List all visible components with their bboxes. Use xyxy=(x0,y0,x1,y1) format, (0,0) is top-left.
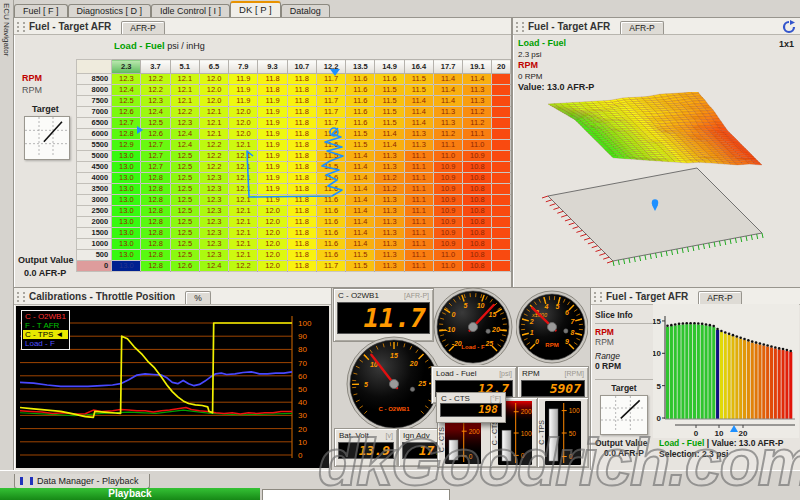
afr-row-header[interactable]: 8000 xyxy=(77,85,112,96)
afr-cell[interactable]: 11.5 xyxy=(346,250,375,261)
afr-cell[interactable]: 12.5 xyxy=(170,173,199,184)
afr-cell[interactable]: 11.3 xyxy=(404,129,433,140)
afr-cell[interactable]: 11.5 xyxy=(375,107,404,118)
playback-position-box[interactable] xyxy=(262,489,450,500)
afr-cell[interactable]: 11.0 xyxy=(433,151,462,162)
afr-cell[interactable]: 12.5 xyxy=(170,239,199,250)
afr-cell[interactable]: 12.0 xyxy=(258,239,287,250)
afr-cell[interactable]: 12.2 xyxy=(199,140,228,151)
afr-cell[interactable]: 11.5 xyxy=(346,129,375,140)
afr-cell[interactable]: 10.9 xyxy=(433,217,462,228)
afr-row-header[interactable]: 5000 xyxy=(77,151,112,162)
scope-panel-tab-percent[interactable]: % xyxy=(185,291,211,304)
afr-cell[interactable]: 11.2 xyxy=(375,173,404,184)
afr-cell[interactable]: 12.1 xyxy=(199,118,228,129)
afr-cell[interactable]: 11.9 xyxy=(258,195,287,206)
afr-cell[interactable]: 10.9 xyxy=(463,151,492,162)
afr-cell[interactable]: 12.1 xyxy=(229,173,258,184)
afr-cell[interactable]: 11.4 xyxy=(346,173,375,184)
afr-cell[interactable]: 11.8 xyxy=(287,118,316,129)
panel-grip-icon[interactable] xyxy=(594,292,602,302)
afr-cell[interactable]: 11.3 xyxy=(375,206,404,217)
afr-row-header[interactable]: 6000 xyxy=(77,129,112,140)
window-tab-fuelf[interactable]: Fuel [ F ] xyxy=(14,4,68,18)
afr-cell[interactable]: 11.9 xyxy=(258,140,287,151)
afr-cell[interactable]: 13.0 xyxy=(112,206,141,217)
afr-cell[interactable]: 11.4 xyxy=(346,228,375,239)
ecu-navigator-strip[interactable]: ECU Navigator xyxy=(0,0,14,470)
afr-col-header[interactable]: 20 xyxy=(492,60,511,74)
afr-cell[interactable]: 11.6 xyxy=(316,217,345,228)
afr-cell[interactable]: 11.5 xyxy=(375,96,404,107)
legend-item-co2wb1[interactable]: C - O2WB1 xyxy=(23,312,68,321)
afr-col-header[interactable]: 10.7 xyxy=(287,60,316,74)
afr-cell[interactable]: 12.1 xyxy=(229,151,258,162)
afr-cell[interactable]: 11.4 xyxy=(346,195,375,206)
afr-cell[interactable]: 11.3 xyxy=(463,96,492,107)
afr-cell[interactable]: 12.1 xyxy=(199,107,228,118)
window-tab-datalog[interactable]: Datalog xyxy=(281,4,330,18)
afr-cell[interactable]: 12.2 xyxy=(170,107,199,118)
afr-cell-clipped[interactable] xyxy=(492,206,511,217)
afr-cell[interactable]: 11.3 xyxy=(433,107,462,118)
afr-col-header[interactable]: 5.1 xyxy=(170,60,199,74)
afr-cell[interactable]: 11.4 xyxy=(346,217,375,228)
afr-col-header[interactable]: 7.9 xyxy=(229,60,258,74)
afr-col-header[interactable]: 12.2 xyxy=(316,60,345,74)
afr-cell[interactable]: 11.8 xyxy=(287,239,316,250)
legend-item-ctps[interactable]: C - TPS ◄ xyxy=(23,330,68,339)
afr-cell[interactable]: 12.1 xyxy=(229,206,258,217)
afr-col-header[interactable]: 17.7 xyxy=(433,60,462,74)
afr-cell[interactable]: 11.6 xyxy=(316,129,345,140)
afr-cell[interactable]: 11.9 xyxy=(229,85,258,96)
afr-cell[interactable]: 10.8 xyxy=(463,228,492,239)
data-manager-tab[interactable]: Data Manager - Playback xyxy=(14,474,150,489)
afr-cell[interactable]: 12.8 xyxy=(141,173,170,184)
slice-bar-chart[interactable]: 15105001020 xyxy=(653,304,799,438)
afr-cell[interactable]: 11.1 xyxy=(404,173,433,184)
afr-cell[interactable]: 11.1 xyxy=(404,162,433,173)
afr-cell[interactable]: 11.4 xyxy=(404,96,433,107)
afr-cell[interactable]: 12.0 xyxy=(258,261,287,272)
afr-cell[interactable]: 11.4 xyxy=(463,74,492,85)
afr-cell[interactable]: 11.4 xyxy=(346,151,375,162)
afr-cell[interactable]: 12.5 xyxy=(112,96,141,107)
afr-3d-surface[interactable] xyxy=(514,92,798,284)
afr-cell[interactable]: 10.8 xyxy=(463,217,492,228)
afr-cell[interactable]: 11.1 xyxy=(404,151,433,162)
afr-cell[interactable]: 11.9 xyxy=(258,173,287,184)
afr-cell[interactable]: 11.4 xyxy=(346,184,375,195)
afr-cell[interactable]: 11.6 xyxy=(346,96,375,107)
afr-cell[interactable]: 12.0 xyxy=(229,118,258,129)
afr-cell[interactable]: 11.1 xyxy=(404,206,433,217)
afr-cell[interactable]: 11.3 xyxy=(375,162,404,173)
afr-cell[interactable]: 11.4 xyxy=(346,162,375,173)
afr-cell[interactable]: 11.4 xyxy=(433,85,462,96)
afr-cell[interactable]: 11.1 xyxy=(433,140,462,151)
afr-cell[interactable]: 12.3 xyxy=(112,74,141,85)
afr-cell[interactable]: 11.4 xyxy=(346,206,375,217)
afr-cell[interactable]: 12.3 xyxy=(199,239,228,250)
afr-cell[interactable]: 11.0 xyxy=(463,140,492,151)
afr-cell[interactable]: 11.1 xyxy=(404,217,433,228)
afr-cell[interactable]: 11.8 xyxy=(287,184,316,195)
afr-cell[interactable]: 12.3 xyxy=(199,206,228,217)
legend-item-ftafr[interactable]: F - T AFR xyxy=(23,321,68,330)
afr-col-header[interactable]: 19.1 xyxy=(463,60,492,74)
afr-cell[interactable]: 12.1 xyxy=(170,74,199,85)
afr-cell[interactable]: 12.1 xyxy=(199,129,228,140)
afr-cell[interactable]: 13.0 xyxy=(112,250,141,261)
afr-cell-clipped[interactable] xyxy=(492,261,511,272)
afr-row-header[interactable]: 2500 xyxy=(77,206,112,217)
afr-cell[interactable]: 11.4 xyxy=(346,239,375,250)
afr-cell-clipped[interactable] xyxy=(492,96,511,107)
slice-panel-tab-afrp[interactable]: AFR-P xyxy=(698,291,742,304)
afr-row-header[interactable]: 7500 xyxy=(77,96,112,107)
afr-cell[interactable]: 11.8 xyxy=(287,195,316,206)
afr-cell[interactable]: 10.8 xyxy=(463,195,492,206)
afr-cell[interactable]: 11.5 xyxy=(375,118,404,129)
afr-cell[interactable]: 12.1 xyxy=(229,217,258,228)
afr-cell[interactable]: 11.6 xyxy=(316,140,345,151)
afr-cell[interactable]: 12.8 xyxy=(141,239,170,250)
afr-cell[interactable]: 11.1 xyxy=(463,129,492,140)
